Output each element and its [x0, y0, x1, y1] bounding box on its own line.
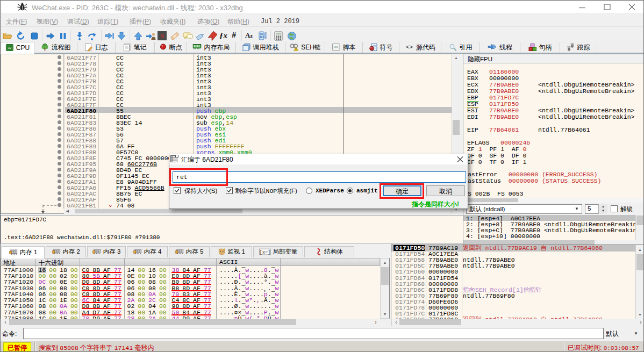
svg-text:32: 32 — [8, 46, 11, 49]
svg-text:!: ! — [295, 47, 296, 51]
svg-text:[x=]: [x=] — [259, 249, 270, 255]
svg-text:S: S — [160, 32, 164, 40]
svg-text:<>: <> — [334, 45, 338, 49]
svg-text:<>: <> — [405, 44, 412, 50]
